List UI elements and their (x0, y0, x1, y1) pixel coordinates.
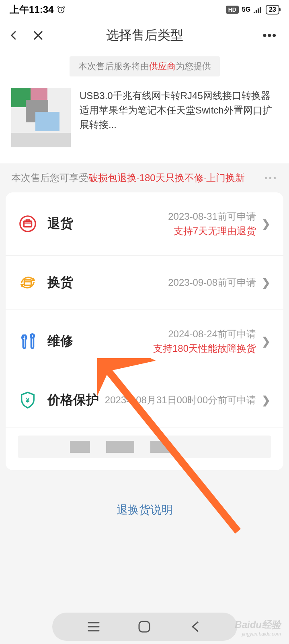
alarm-icon (57, 5, 66, 14)
option-price-protection[interactable]: ¥ 价格保护 2023年08月31日00时00分前可申请 ❯ (6, 373, 283, 427)
option-return[interactable]: 退货 2023-08-31前可申请 支持7天无理由退货 ❯ (6, 192, 283, 256)
dots-icon: ••• (264, 173, 278, 183)
chevron-right-icon: ❯ (262, 277, 271, 289)
svg-point-1 (20, 216, 35, 231)
return-policy-link[interactable]: 退换货说明 (0, 502, 289, 518)
aftersale-options: 退货 2023-08-31前可申请 支持7天无理由退货 ❯ 换货 2023-09… (6, 192, 283, 470)
option-repair[interactable]: 维修 2024-08-24前可申请 支持180天性能故障换货 ❯ (6, 310, 283, 373)
redacted-strip (6, 427, 283, 470)
option-exchange[interactable]: 换货 2023-09-08前可申请 ❯ (6, 256, 283, 310)
option-label: 维修 (47, 332, 73, 350)
chevron-right-icon: ❯ (262, 218, 271, 230)
back-icon[interactable] (8, 29, 20, 41)
recent-apps-button[interactable] (86, 619, 101, 634)
price-shield-icon: ¥ (18, 391, 37, 409)
hd-badge: HD (226, 6, 239, 14)
svg-rect-3 (24, 280, 31, 285)
svg-rect-7 (139, 621, 150, 632)
svg-text:¥: ¥ (26, 396, 30, 404)
home-button[interactable] (137, 619, 152, 634)
product-thumbnail (11, 88, 71, 147)
chevron-right-icon: ❯ (262, 394, 271, 407)
watermark: Baidu经验 jingyan.baidu.com (235, 618, 281, 637)
close-icon[interactable] (32, 29, 44, 41)
exchange-icon (18, 273, 37, 292)
svg-point-4 (31, 334, 35, 338)
return-icon (18, 215, 37, 233)
back-button[interactable] (188, 619, 203, 634)
status-bar: 上午11:34 HD 5G 23 (0, 0, 289, 19)
more-icon[interactable]: ••• (263, 29, 277, 42)
service-notice: 本次售后服务将由供应商为您提供 (0, 52, 289, 76)
option-label: 换货 (47, 274, 73, 291)
battery-level: 23 (266, 5, 279, 14)
status-time: 上午11:34 (10, 3, 53, 16)
signal-icon (254, 6, 262, 13)
product-title: USB3.0千兆有线网卡转RJ45网线接口转换器 适用苹果华为笔记本任天堂Swi… (80, 88, 278, 147)
svg-rect-2 (24, 221, 31, 227)
privilege-banner[interactable]: 本次售后您可享受破损包退换·180天只换不修·上门换新 ••• (0, 163, 289, 192)
header: 选择售后类型 ••• (0, 19, 289, 52)
network-label: 5G (242, 6, 250, 13)
chevron-right-icon: ❯ (262, 335, 271, 348)
repair-icon (18, 332, 37, 351)
option-label: 退货 (47, 215, 73, 233)
android-navbar (52, 613, 237, 641)
product-row: USB3.0千兆有线网卡转RJ45网线接口转换器 适用苹果华为笔记本任天堂Swi… (0, 76, 289, 163)
option-label: 价格保护 (47, 391, 99, 409)
page-title: 选择售后类型 (106, 27, 183, 44)
